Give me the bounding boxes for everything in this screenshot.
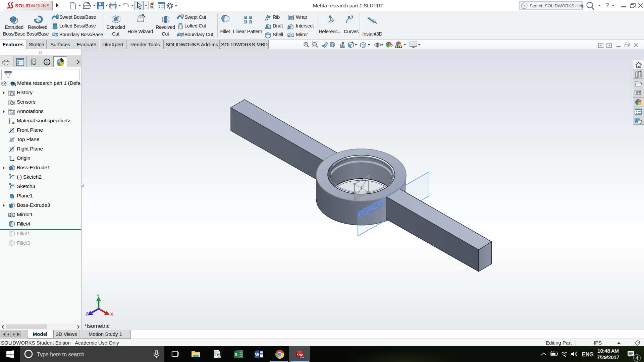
svg-text:7/29/2017: 7/29/2017 [597, 354, 620, 360]
svg-text:?: ? [523, 3, 526, 8]
svg-text:Z: Z [86, 311, 89, 317]
svg-text:W: W [255, 352, 260, 357]
svg-text:X: X [110, 312, 113, 317]
svg-text:GD: GD [289, 16, 294, 20]
svg-text:SOLIDWORKS: SOLIDWORKS [15, 3, 50, 8]
svg-text:A: A [341, 44, 344, 48]
svg-text:4: 4 [636, 355, 638, 361]
svg-text:Type here to search: Type here to search [37, 352, 84, 357]
svg-text:A: A [11, 111, 13, 114]
svg-text:2016: 2016 [300, 356, 304, 358]
svg-text:Y: Y [97, 294, 100, 299]
svg-text:10:48 AM: 10:48 AM [597, 348, 619, 354]
svg-text:ENG: ENG [582, 352, 594, 357]
svg-text:X: X [234, 352, 237, 357]
